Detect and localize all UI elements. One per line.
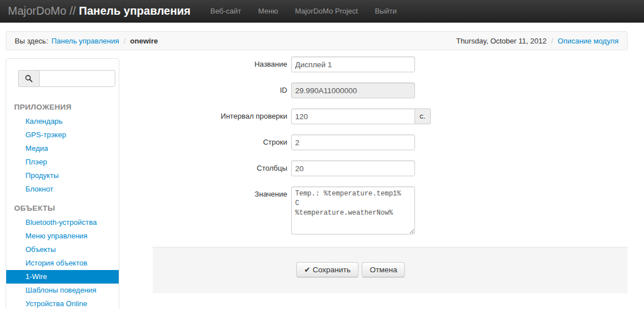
rows-input[interactable] [291, 134, 415, 150]
breadcrumb-separator: / [122, 37, 127, 45]
search-icon [18, 70, 39, 87]
check-interval-input[interactable] [291, 108, 415, 124]
sidebar-item-notepad[interactable]: Блокнот [6, 182, 119, 196]
name-label: Название [153, 56, 291, 72]
check-icon: ✔ [304, 266, 310, 274]
app-brand[interactable]: MajorDoMo // Панель управления [0, 5, 202, 18]
form-row-id: ID [153, 82, 628, 98]
nav-item-menu[interactable]: Меню [250, 0, 287, 23]
rows-label: Строки [153, 134, 291, 150]
current-date: Thursday, October 11, 2012 [456, 37, 547, 45]
sidebar-item-devices-online[interactable]: Устройства Online [6, 297, 119, 309]
sidebar-item-gps-tracker[interactable]: GPS-трэкер [6, 128, 119, 142]
breadcrumb-bar: Вы здесь: Панель управления / onewire Th… [6, 31, 628, 50]
form-row-check-interval: Интервал проверки с. [153, 108, 628, 124]
id-input [291, 82, 415, 98]
brand-prefix: MajorDoMo // [8, 5, 76, 17]
sidebar-heading-applications: ПРИЛОЖЕНИЯ [6, 95, 119, 115]
name-input[interactable] [291, 56, 415, 72]
form-row-value: Значение Temp.: %temperature.temp1% C %t… [153, 186, 628, 234]
cancel-button[interactable]: Отмена [362, 262, 405, 277]
breadcrumb-root-link[interactable]: Панель управления [51, 37, 119, 45]
save-button[interactable]: ✔Сохранить [296, 262, 358, 277]
sidebar-item-player[interactable]: Плэер [6, 155, 119, 169]
sidebar-item-objects-history[interactable]: История объектов [6, 256, 119, 270]
navbar-links: Веб-сайт Меню MajorDoMo Project Выйти [202, 0, 405, 23]
sidebar-item-media[interactable]: Медиа [6, 142, 119, 155]
sidebar-item-products[interactable]: Продукты [6, 169, 119, 182]
search-input[interactable] [39, 70, 115, 87]
save-button-label: Сохранить [313, 266, 351, 274]
form-actions: ✔СохранитьОтмена [153, 247, 628, 293]
columns-input[interactable] [291, 160, 415, 176]
columns-label: Столбцы [153, 160, 291, 176]
sidebar-item-bluetooth-devices[interactable]: Bluetooth-устройства [6, 216, 119, 229]
check-interval-label: Интервал проверки [153, 108, 291, 124]
value-label: Значение [153, 186, 291, 234]
breadcrumb-right: Thursday, October 11, 2012 / Описание мо… [456, 37, 619, 45]
sidebar-item-calendar[interactable]: Календарь [6, 115, 119, 128]
sidebar-item-1wire[interactable]: 1-Wire [6, 270, 119, 284]
sidebar: ПРИЛОЖЕНИЯ Календарь GPS-трэкер Медиа Пл… [6, 58, 119, 309]
nav-item-website[interactable]: Веб-сайт [202, 0, 249, 23]
onewire-edit-form: Название ID Интервал проверки с. Строки … [153, 56, 628, 245]
sidebar-item-behavior-templates[interactable]: Шаблоны поведения [6, 284, 119, 297]
breadcrumb: Вы здесь: Панель управления / onewire [15, 37, 158, 45]
sidebar-item-objects[interactable]: Объекты [6, 243, 119, 256]
sidebar-heading-objects: ОБЪЕКТЫ [6, 196, 119, 216]
id-label: ID [153, 82, 291, 98]
sidebar-item-control-menu[interactable]: Меню управления [6, 229, 119, 243]
module-description-link[interactable]: Описание модуля [557, 37, 619, 45]
seconds-addon: с. [415, 108, 431, 124]
value-textarea[interactable]: Temp.: %temperature.temp1% C %temperatur… [291, 186, 415, 234]
sidebar-search [18, 70, 115, 87]
top-navbar: MajorDoMo // Панель управления Веб-сайт … [0, 0, 644, 23]
breadcrumb-current: onewire [130, 37, 158, 45]
form-row-rows: Строки [153, 134, 628, 150]
you-are-here-label: Вы здесь: [15, 37, 48, 45]
nav-item-logout[interactable]: Выйти [366, 0, 405, 23]
form-row-columns: Столбцы [153, 160, 628, 176]
form-row-name: Название [153, 56, 628, 72]
date-separator: / [550, 37, 555, 45]
brand-title: Панель управления [79, 5, 191, 17]
nav-item-majordomo-project[interactable]: MajorDoMo Project [287, 0, 366, 23]
